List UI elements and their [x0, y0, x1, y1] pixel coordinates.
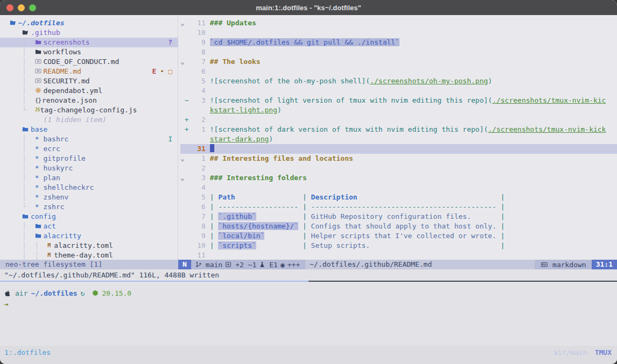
tree-item-act[interactable]: │ act — [5, 222, 178, 231]
editor-line[interactable]: 6 — [180, 67, 617, 76]
editor-line[interactable]: 9`cd $HOME/.dotfiles && git pull && ./in… — [180, 38, 617, 47]
editor-line[interactable]: ⌄ 3### Interesting folders — [180, 173, 617, 183]
tree-item-screenshots[interactable]: │ screenshots? — [0, 38, 178, 47]
fold-marker[interactable] — [180, 192, 185, 202]
tree-item-renovate.json[interactable]: │ {}renovate.json — [5, 96, 178, 105]
tree-item-badges: ? — [164, 38, 172, 47]
editor-line[interactable]: 7| `.github` | GitHub Repository configu… — [180, 212, 617, 222]
tree-item-zshenv[interactable]: │ *zshenv — [5, 192, 178, 202]
fold-marker[interactable] — [180, 38, 185, 47]
syntax-segment: ) — [269, 135, 273, 143]
neotree-panel[interactable]: ~/.dotfiles .github │ screenshots? │ wor… — [0, 15, 178, 260]
tree-item-SECURITY.md[interactable]: │ MSECURITY.md — [5, 76, 178, 86]
editor-line[interactable]: 10| `scripts` | Setup scripts. | — [180, 241, 617, 251]
tree-item-workflows[interactable]: │ workflows — [5, 47, 178, 57]
fold-marker[interactable] — [180, 96, 185, 105]
tree-item-CODEOFCONDUCT.md[interactable]: │ MCODE_OF_CONDUCT.md — [5, 57, 178, 67]
editor-line[interactable]: 4 — [180, 183, 617, 192]
fold-marker[interactable] — [180, 163, 185, 173]
fold-marker[interactable] — [180, 76, 185, 86]
tree-item-theme-day.toml[interactable]: │ │ Mtheme-day.toml — [5, 251, 178, 260]
fold-marker[interactable] — [180, 222, 185, 231]
tmux-window-name[interactable]: 1:.dotfiles — [4, 348, 51, 356]
shell-prompt: air ~/.dotfiles ↻ 20.15.0 — [4, 288, 617, 299]
fold-marker[interactable] — [180, 212, 185, 222]
editor-line[interactable]: ⌄ 1## Interesting files and locations — [180, 154, 617, 163]
prompt-arrow: → — [4, 299, 617, 310]
editor-line[interactable]: 10 — [180, 28, 617, 38]
gitsign — [185, 28, 193, 38]
tree-item-dependabot.yml[interactable]: │ dependabot.yml — [5, 86, 178, 96]
editor-line[interactable]: ⌄ 7## The looks — [180, 57, 617, 67]
file-asterisk-icon: * — [35, 134, 44, 144]
fold-marker[interactable]: ⌄ — [180, 57, 185, 67]
folder-icon — [35, 231, 44, 241]
tree-item-plan[interactable]: │ *plan — [5, 173, 178, 183]
line-number: 2 — [193, 163, 205, 173]
editor-line[interactable]: 8 — [180, 47, 617, 57]
shell-pane[interactable]: air ~/.dotfiles ↻ 20.15.0 → — [0, 282, 617, 346]
fold-marker[interactable] — [180, 231, 185, 241]
gitsign: ~ — [185, 96, 193, 105]
fold-marker[interactable]: ⌄ — [180, 173, 185, 183]
tree-item-alacritty[interactable]: │ alacritty — [5, 231, 178, 241]
folder-icon — [22, 125, 31, 134]
window-title: main:1:.dotfiles - "ks~/.dotfiles" — [0, 4, 617, 12]
editor-line[interactable]: 2 — [180, 163, 617, 173]
fold-marker[interactable] — [180, 105, 185, 115]
tree-item-ecrc[interactable]: │ *ecrc — [5, 144, 178, 154]
fold-marker[interactable] — [180, 241, 185, 251]
editor-line[interactable]: 8| `hosts/{hostname}/` | Configs that sh… — [180, 222, 617, 231]
editor-line[interactable]: 31 — [180, 144, 617, 154]
tree-item-huskyrc[interactable]: │ *huskyrc — [5, 163, 178, 173]
editor-line[interactable]: 6| ------------------- | ---------------… — [180, 202, 617, 212]
tree-item-README.md[interactable]: │ MREADME.mdE•□ — [5, 67, 178, 76]
fold-marker[interactable] — [180, 47, 185, 57]
indent-guide: │ — [5, 154, 35, 162]
editor-line[interactable]: 5| Path | Description | — [180, 192, 617, 202]
syntax-segment: | — [210, 232, 219, 240]
tree-item-label: alacritty — [43, 232, 81, 240]
editor-line[interactable]: 4 — [180, 86, 617, 96]
editor-line[interactable]: 9| `local/bin` | Helper scripts that I'v… — [180, 231, 617, 241]
tmux-pane-border[interactable] — [0, 281, 617, 282]
tree-item-config[interactable]: config — [5, 212, 178, 222]
line-number: 3 — [193, 173, 205, 183]
tree-item-tag-changelog-config.js[interactable]: └ JStag-changelog-config.js — [5, 105, 178, 115]
tree-item-.dotfiles[interactable]: ~/.dotfiles — [5, 18, 178, 28]
tmux-badge: TMUX — [595, 348, 612, 356]
fold-marker[interactable] — [180, 144, 185, 154]
syntax-segment: | — [256, 212, 311, 220]
fold-marker[interactable] — [180, 115, 185, 125]
tree-item-bashrc[interactable]: │ *bashrcI — [5, 134, 178, 144]
syntax-segment: Setup scripts. — [311, 241, 370, 249]
editor-line[interactable]: +2 — [180, 115, 617, 125]
fold-marker[interactable] — [180, 67, 185, 76]
tree-item-base[interactable]: base — [5, 125, 178, 134]
editor-line[interactable]: 11 — [180, 251, 617, 260]
line-number: 5 — [193, 76, 205, 86]
fold-marker[interactable] — [180, 125, 185, 134]
fold-marker[interactable] — [180, 28, 185, 38]
editor-line[interactable]: ⌄ 11### Updates — [180, 18, 617, 28]
tree-item-gitprofile[interactable]: │ *gitprofile — [5, 154, 178, 163]
editor-buffer[interactable]: ⌄ 11### Updates 10 9`cd $HOME/.dotfiles … — [178, 15, 617, 260]
fold-marker[interactable] — [180, 251, 185, 260]
fold-marker[interactable] — [180, 134, 185, 144]
editor-line[interactable]: 5![screenshot of the oh-my-posh shell](.… — [180, 76, 617, 86]
editor-line[interactable]: ~3![screenshot of light version of tmux … — [180, 96, 617, 105]
fold-marker[interactable] — [180, 183, 185, 192]
tree-item-.github[interactable]: .github — [5, 28, 178, 38]
editor-line[interactable]: +1![screenshot of dark version of tmux w… — [180, 125, 617, 134]
fold-marker[interactable]: ⌄ — [180, 154, 185, 163]
tree-item-alacritty.toml[interactable]: │ │ Malacritty.toml — [5, 241, 178, 251]
tree-item-zshrc[interactable]: └ *zshrc — [5, 202, 178, 212]
fold-marker[interactable] — [180, 202, 185, 212]
editor-line[interactable]: kstart-light.png) — [180, 105, 617, 115]
fold-marker[interactable] — [180, 86, 185, 96]
fold-marker[interactable]: ⌄ — [180, 18, 185, 28]
tree-item-1hiddenitem[interactable]: (1 hidden item) — [5, 115, 178, 125]
toml-icon: M — [47, 241, 54, 251]
tree-item-shellcheckrc[interactable]: │ *shellcheckrc — [5, 183, 178, 192]
editor-line[interactable]: start-dark.png) — [180, 134, 617, 144]
